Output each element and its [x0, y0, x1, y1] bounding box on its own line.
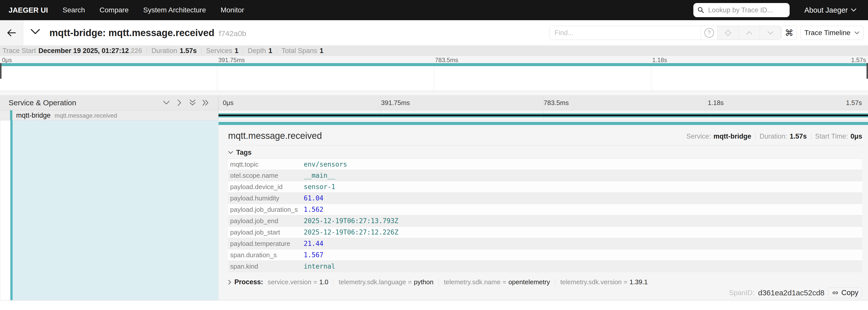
tags-accordion-header[interactable]: Tags	[228, 149, 251, 157]
tag-key: span.kind	[228, 261, 304, 272]
minimap-right-scrubber-handle[interactable]	[867, 63, 868, 79]
trace-view-select[interactable]: Trace Timeline	[801, 26, 864, 40]
tags-label: Tags	[236, 149, 251, 157]
collapse-one-button[interactable]	[200, 95, 211, 110]
tag-row: payload.humidity 61.04	[228, 193, 862, 204]
tag-key: payload.temperature	[228, 238, 304, 249]
find-next-button[interactable]	[760, 26, 781, 39]
duration-label: Duration:	[760, 133, 787, 140]
app-logo[interactable]: JAEGER UI	[8, 6, 48, 15]
chevron-down-icon	[163, 101, 170, 105]
minimap-gridline	[217, 63, 217, 91]
tag-row: payload.temperature 21.44	[228, 238, 862, 249]
divider	[277, 48, 277, 54]
expand-all-button[interactable]	[187, 95, 198, 110]
tag-key: payload.humidity	[228, 193, 304, 204]
collapse-all-button[interactable]	[161, 95, 172, 110]
detail-left-panel[interactable]	[12, 120, 218, 300]
divider	[555, 279, 555, 286]
ruler-tick: 0μs	[2, 57, 12, 64]
span-service-name: mqtt-bridgemqtt.message.received	[16, 110, 117, 121]
chevron-right-icon	[228, 280, 231, 285]
ruler-tick: 1.57s	[851, 57, 866, 64]
find-help-button[interactable]: ?	[701, 26, 717, 39]
divider	[438, 279, 439, 286]
service-value: mqtt-bridge	[713, 133, 751, 140]
tag-value: 2025-12-19T06:27:13.793Z	[304, 215, 399, 226]
depth-label: Depth	[248, 47, 266, 55]
span-detail-overline: Service: mqtt-bridge Duration: 1.57s Sta…	[686, 133, 862, 140]
detail-span-bar	[218, 122, 868, 125]
span-detail-row: mqtt.message.received Service: mqtt-brid…	[0, 120, 868, 301]
process-label: Process:	[235, 278, 263, 286]
tag-value: sensor-1	[304, 181, 335, 192]
back-button[interactable]	[0, 20, 23, 46]
arrow-left-icon	[6, 28, 17, 37]
timeline-tick: 0μs	[223, 95, 234, 110]
trace-start-fraction: .226	[129, 47, 142, 55]
divider	[228, 145, 862, 145]
nav-item-monitor[interactable]: Monitor	[220, 6, 244, 14]
trace-id: f742a0b	[219, 29, 246, 38]
total-spans-value: 1	[319, 47, 323, 55]
trace-start-value: December 19 2025, 01:27:12	[38, 47, 129, 55]
copy-span-id-button[interactable]: Copy	[828, 287, 862, 298]
tag-value: 1.562	[304, 204, 323, 215]
nav-item-compare[interactable]: Compare	[99, 6, 128, 14]
process-key: service.version	[268, 278, 311, 286]
nav-item-search[interactable]: Search	[62, 6, 85, 14]
depth-value: 1	[269, 47, 272, 55]
timeline-gridline	[380, 95, 381, 110]
help-icon: ?	[705, 28, 714, 38]
timeline-gridline	[543, 95, 544, 110]
divider	[811, 133, 811, 140]
trace-minimap[interactable]	[0, 63, 868, 91]
span-detail-panel: mqtt.message.received Service: mqtt-brid…	[218, 120, 868, 300]
keyboard-shortcuts-button[interactable]: ⌘	[781, 26, 797, 40]
chevron-down-icon	[851, 8, 857, 12]
services-label: Services	[206, 47, 232, 55]
equals-sign: =	[502, 278, 506, 286]
tag-value: 1.567	[304, 249, 323, 260]
span-duration-bar[interactable]	[218, 113, 868, 117]
chevron-down-icon	[30, 28, 41, 36]
crosshair-icon	[724, 29, 732, 37]
chevron-down-icon	[855, 31, 860, 35]
about-jaeger-menu[interactable]: About Jaeger	[804, 6, 857, 15]
duration-value: 1.57s	[789, 133, 807, 140]
ruler-tick: 783.5ms	[435, 57, 458, 64]
timeline-tick: 783.5ms	[544, 95, 569, 110]
process-value: python	[414, 278, 434, 286]
timeline-tick: 1.57s	[846, 95, 862, 110]
focus-span-button[interactable]	[717, 26, 739, 39]
timeline-gridline	[706, 95, 706, 110]
equals-sign: =	[624, 278, 627, 286]
ruler-tick: 391.75ms	[218, 57, 245, 64]
nav-item-system-architecture[interactable]: System Architecture	[143, 6, 206, 14]
minimap-left-scrubber-handle[interactable]	[0, 63, 1, 79]
find-prev-button[interactable]	[739, 26, 760, 39]
expand-one-button[interactable]	[174, 95, 185, 110]
process-accordion-header[interactable]: Process: service.version = 1.0 telemetry…	[228, 278, 648, 286]
chevron-down-icon	[228, 151, 233, 154]
span-row[interactable]: mqtt-bridgemqtt.message.received	[0, 110, 868, 120]
tag-key: mqtt.topic	[228, 159, 304, 170]
tag-key: payload.device_id	[228, 181, 304, 192]
minimap-gridline	[434, 63, 434, 91]
collapse-trace-header-button[interactable]	[30, 28, 41, 36]
span-timeline-cell[interactable]	[218, 110, 868, 120]
chevron-up-icon	[746, 31, 752, 35]
trace-id-search-input[interactable]	[708, 6, 784, 15]
tag-row: mqtt.topic env/sensors	[228, 159, 862, 170]
total-spans-label: Total Spans	[281, 47, 317, 55]
process-value: 1.39.1	[629, 278, 648, 286]
find-input[interactable]	[550, 26, 701, 39]
about-jaeger-label: About Jaeger	[804, 6, 848, 15]
span-name-cell[interactable]: mqtt-bridgemqtt.message.received	[0, 110, 218, 120]
span-duration-bar-core	[218, 115, 868, 116]
tag-row: payload.job_duration_s 1.562	[228, 204, 862, 215]
trace-id-search[interactable]	[693, 3, 789, 17]
process-key: telemetry.sdk.version	[560, 278, 622, 286]
find-toolbar: ?	[549, 26, 781, 40]
ruler-tick: 1.18s	[652, 57, 667, 64]
